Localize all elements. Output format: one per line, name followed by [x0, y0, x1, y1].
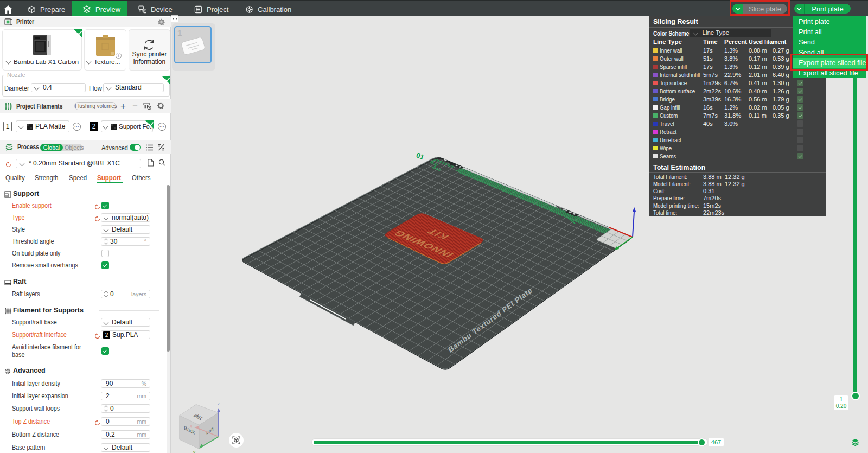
svg-text:y: y: [193, 449, 196, 453]
svg-text:01: 01: [415, 151, 425, 161]
svg-text:z: z: [218, 401, 220, 406]
svg-text:x: x: [190, 423, 193, 429]
